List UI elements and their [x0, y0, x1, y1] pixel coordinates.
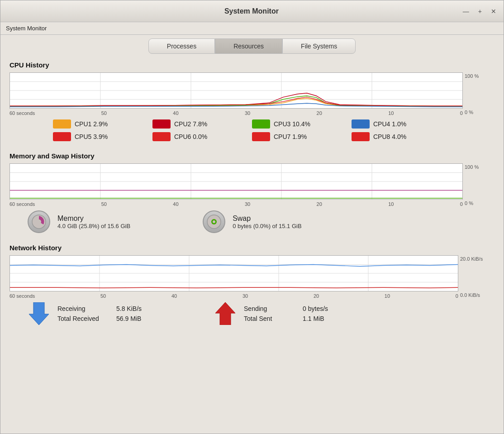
network-info: Receiving 5.8 KiB/s Total Received 56.9 …: [10, 299, 494, 329]
memory-value: 4.0 GiB (25.8%) of 15.6 GiB: [57, 223, 130, 229]
cpu7-label: CPU7 1.9%: [274, 133, 307, 140]
total-sent-value: 1.1 MiB: [303, 315, 324, 322]
network-x-labels: 60 seconds 50 40 30 20 10 0: [10, 293, 458, 299]
cpu-y-min: 0 %: [465, 110, 493, 115]
network-chart: [10, 255, 458, 291]
window: System Monitor — + ✕ System Monitor Proc…: [0, 0, 504, 434]
cpu5-label: CPU5 3.9%: [75, 133, 108, 140]
swap-value: 0 bytes (0.0%) of 15.1 GiB: [233, 223, 301, 229]
memory-item-swap: Swap 0 bytes (0.0%) of 15.1 GiB: [203, 210, 301, 233]
minimize-button[interactable]: —: [461, 7, 471, 16]
receiving-arrow-icon: [28, 302, 50, 325]
cpu-legend: CPU1 2.9% CPU2 7.8% CPU3 10.4% CPU4 1.0%: [10, 116, 494, 145]
cpu-x-labels: 60 seconds 50 40 30 20 10 0: [10, 110, 463, 116]
network-y-min: 0.0 KiB/s: [460, 292, 493, 298]
cpu3-color-swatch: [252, 119, 270, 129]
maximize-button[interactable]: +: [476, 7, 484, 16]
cpu4-label: CPU4 1.0%: [373, 120, 406, 128]
close-button[interactable]: ✕: [489, 7, 498, 16]
cpu2-color-swatch: [152, 119, 171, 129]
legend-cpu4: CPU4 1.0%: [352, 119, 451, 129]
legend-cpu7: CPU7 1.9%: [252, 132, 352, 141]
memory-info: Memory 4.0 GiB (25.8%) of 15.6 GiB Swap: [10, 207, 494, 237]
swap-label: Swap: [233, 215, 301, 223]
total-received-label: Total Received: [57, 315, 107, 322]
network-title: Network History: [10, 244, 494, 252]
window-title: System Monitor: [42, 7, 461, 15]
legend-cpu6: CPU6 0.0%: [152, 132, 252, 141]
network-section: Network History: [10, 244, 494, 329]
receiving-label: Receiving: [57, 305, 107, 312]
memory-item-memory: Memory 4.0 GiB (25.8%) of 15.6 GiB: [28, 210, 130, 233]
titlebar: System Monitor — + ✕: [0, 0, 504, 22]
cpu2-label: CPU2 7.8%: [174, 120, 207, 128]
cpu6-label: CPU6 0.0%: [174, 133, 207, 140]
sending-label: Sending: [244, 305, 294, 312]
cpu7-color-swatch: [252, 132, 270, 141]
legend-cpu1: CPU1 2.9%: [53, 119, 152, 129]
sending-rate: 0 bytes/s: [303, 305, 328, 312]
svg-point-15: [37, 219, 41, 224]
cpu1-label: CPU1 2.9%: [75, 120, 108, 128]
cpu-chart: [10, 72, 463, 109]
memory-chart: [10, 163, 463, 200]
network-y-max: 20.0 KiB/s: [460, 256, 493, 262]
sending-arrow-icon: [214, 302, 237, 325]
cpu3-label: CPU3 10.4%: [274, 120, 310, 128]
cpu-section: CPU History: [10, 61, 494, 145]
cpu-title: CPU History: [10, 61, 494, 69]
swap-icon: [203, 210, 225, 233]
legend-cpu8: CPU8 4.0%: [352, 132, 451, 141]
legend-cpu2: CPU2 7.8%: [152, 119, 252, 129]
network-sending: Sending 0 bytes/s Total Sent 1.1 MiB: [214, 302, 328, 325]
tabs-container: Processes Resources File Systems: [0, 35, 504, 54]
menubar: System Monitor: [0, 22, 504, 35]
memory-icon: [28, 210, 50, 233]
network-receiving: Receiving 5.8 KiB/s Total Received 56.9 …: [28, 302, 142, 325]
tab-resources[interactable]: Resources: [215, 38, 282, 54]
cpu6-color-swatch: [152, 132, 171, 141]
cpu4-color-swatch: [352, 119, 370, 129]
receiving-rate: 5.8 KiB/s: [116, 305, 142, 312]
cpu-y-max: 100 %: [465, 73, 493, 79]
memory-section: Memory and Swap History: [10, 152, 494, 237]
tab-filesystems[interactable]: File Systems: [282, 38, 356, 54]
memory-label: Memory: [57, 215, 130, 223]
legend-cpu3: CPU3 10.4%: [252, 119, 352, 129]
memory-x-labels: 60 seconds 50 40 30 20 10 0: [10, 201, 463, 207]
main-content: CPU History: [0, 54, 504, 434]
svg-point-18: [213, 220, 215, 223]
memory-title: Memory and Swap History: [10, 152, 494, 160]
legend-cpu5: CPU5 3.9%: [53, 132, 152, 141]
titlebar-controls: — + ✕: [461, 7, 498, 16]
memory-y-max: 100 %: [465, 164, 493, 170]
menubar-label: System Monitor: [6, 25, 47, 32]
cpu8-label: CPU8 4.0%: [373, 133, 406, 140]
cpu1-color-swatch: [53, 119, 71, 129]
total-received-value: 56.9 MiB: [116, 315, 141, 322]
svg-marker-26: [29, 302, 49, 325]
total-sent-label: Total Sent: [244, 315, 294, 322]
svg-marker-27: [215, 302, 235, 325]
memory-y-min: 0 %: [465, 200, 493, 206]
cpu5-color-swatch: [53, 132, 71, 141]
cpu8-color-swatch: [352, 132, 370, 141]
tab-processes[interactable]: Processes: [148, 38, 215, 54]
